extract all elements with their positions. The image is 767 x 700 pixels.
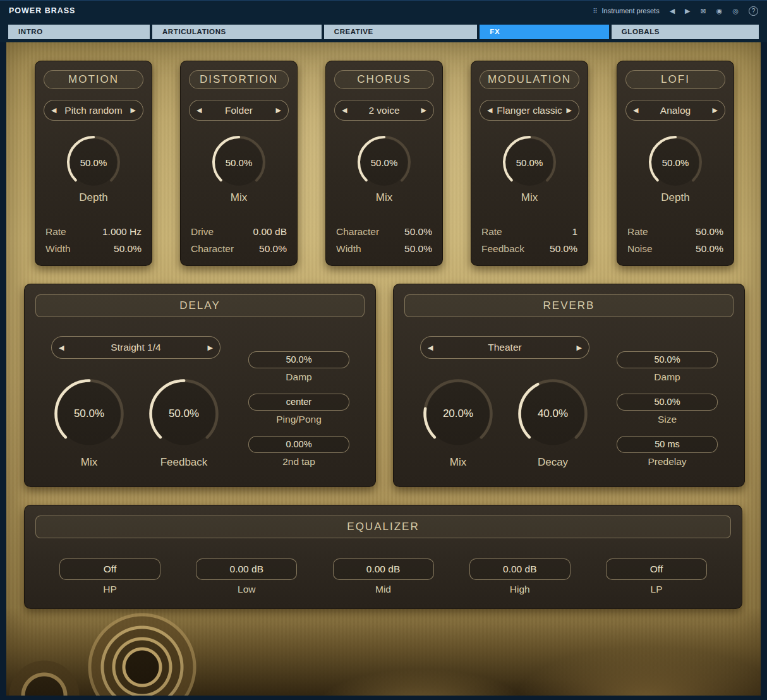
distortion-mix-knob[interactable]: 50.0%: [210, 133, 268, 191]
delay-fields: 50.0% Damp center Ping/Pong 0.00% 2nd ta…: [248, 351, 349, 478]
eq-lp-value[interactable]: Off: [606, 558, 707, 580]
power-brass-window: POWER BRASS ⠿ Instrument presets ◀ ▶ ⊠ ◉…: [0, 0, 767, 700]
arrow-left-icon[interactable]: ◀: [428, 344, 433, 352]
motion-rate-value[interactable]: 1.000 Hz: [102, 223, 142, 240]
modulation-type-selector[interactable]: ◀ Flanger classic ▶: [480, 100, 579, 121]
instrument-presets-button[interactable]: ⠿ Instrument presets: [593, 7, 659, 15]
arrow-right-icon[interactable]: ▶: [131, 106, 136, 114]
tab-intro[interactable]: INTRO: [8, 25, 150, 39]
knob-label: Mix: [521, 191, 538, 204]
param-label: Width: [336, 240, 361, 257]
param-row: Rate 50.0%: [617, 223, 734, 240]
lofi-type-selector[interactable]: ◀ Analog ▶: [625, 100, 725, 121]
arrow-right-icon[interactable]: ▶: [276, 106, 281, 114]
arrow-left-icon[interactable]: ◀: [196, 106, 202, 114]
record-icon[interactable]: ◉: [716, 7, 723, 15]
chorus-width-value[interactable]: 50.0%: [404, 240, 432, 257]
param-row: Noise 50.0%: [617, 240, 734, 257]
field-label: Ping/Pong: [248, 414, 349, 426]
arrow-right-icon[interactable]: ▶: [208, 344, 213, 352]
chorus-type-value: 2 voice: [368, 105, 399, 116]
arrow-right-icon[interactable]: ▶: [713, 106, 718, 114]
param-row: Drive 0.00 dB: [181, 223, 297, 240]
prev-preset-icon[interactable]: ◀: [670, 7, 675, 15]
tab-globals[interactable]: GLOBALS: [612, 25, 759, 39]
lofi-depth-knob[interactable]: 50.0%: [646, 133, 704, 191]
reverb-title-button[interactable]: REVERB: [404, 294, 734, 317]
delay-2ndtap-field: 0.00% 2nd tap: [248, 436, 349, 469]
delay-2ndtap-value[interactable]: 0.00%: [248, 436, 349, 453]
arrow-left-icon[interactable]: ◀: [59, 344, 64, 352]
knob-value: 40.0%: [538, 407, 568, 420]
tab-creative[interactable]: CREATIVE: [324, 25, 478, 39]
eq-hp-value[interactable]: Off: [59, 558, 160, 580]
distortion-drive-value[interactable]: 0.00 dB: [253, 223, 287, 240]
eq-high-value[interactable]: 0.00 dB: [469, 558, 571, 580]
knob-value: 20.0%: [443, 407, 473, 420]
reverb-predelay-value[interactable]: 50 ms: [617, 436, 718, 453]
modulation-mix-knob[interactable]: 50.0%: [500, 133, 559, 191]
param-row: Character 50.0%: [181, 240, 297, 257]
modulation-feedback-value[interactable]: 50.0%: [550, 240, 577, 257]
arrow-right-icon[interactable]: ▶: [567, 106, 572, 114]
lofi-rate-value[interactable]: 50.0%: [696, 223, 723, 240]
distortion-params: Drive 0.00 dB Character 50.0%: [181, 223, 297, 265]
output-icon[interactable]: ⊠: [701, 7, 706, 15]
knob-label: Mix: [450, 456, 466, 469]
lofi-title-button[interactable]: LOFI: [625, 70, 725, 89]
motion-title-button[interactable]: MOTION: [44, 70, 143, 89]
reverb-decay-knob[interactable]: 40.0%: [516, 377, 590, 451]
app-title: POWER BRASS: [9, 6, 75, 15]
reverb-damp-value[interactable]: 50.0%: [617, 351, 718, 368]
equalizer-title-button[interactable]: EQUALIZER: [35, 516, 731, 538]
motion-width-value[interactable]: 50.0%: [114, 240, 142, 257]
tab-articulations[interactable]: ARTICULATIONS: [152, 25, 322, 39]
reverb-predelay-field: 50 ms Predelay: [617, 436, 718, 469]
arrow-left-icon[interactable]: ◀: [342, 106, 347, 114]
arrow-right-icon[interactable]: ▶: [421, 106, 426, 114]
param-label: Feedback: [481, 240, 524, 257]
eq-low-value[interactable]: 0.00 dB: [196, 558, 297, 580]
next-preset-icon[interactable]: ▶: [685, 7, 690, 15]
motion-type-selector[interactable]: ◀ Pitch random ▶: [44, 100, 143, 121]
delay-mix-knob[interactable]: 50.0%: [52, 377, 126, 451]
delay-feedback-knob[interactable]: 50.0%: [147, 377, 221, 451]
delay-sync-selector[interactable]: ◀ Straight 1/4 ▶: [51, 336, 220, 359]
knob-value: 50.0%: [226, 157, 253, 168]
modulation-rate-value[interactable]: 1: [572, 223, 577, 240]
modulation-title-button[interactable]: MODULATION: [480, 70, 579, 89]
knob-value: 50.0%: [74, 407, 104, 420]
delay-title-button[interactable]: DELAY: [35, 294, 365, 317]
help-icon[interactable]: ?: [749, 6, 758, 16]
delay-damp-value[interactable]: 50.0%: [248, 351, 349, 368]
reverb-type-selector[interactable]: ◀ Theater ▶: [420, 336, 589, 359]
eye-icon[interactable]: ◎: [732, 7, 739, 15]
eq-mid-value[interactable]: 0.00 dB: [333, 558, 434, 580]
motion-type-value: Pitch random: [64, 105, 122, 116]
tab-label: INTRO: [18, 28, 43, 35]
param-row: Rate 1.000 Hz: [35, 223, 152, 240]
distortion-type-selector[interactable]: ◀ Folder ▶: [189, 100, 289, 121]
reverb-mix-knob[interactable]: 20.0%: [421, 377, 495, 451]
tab-fx[interactable]: FX: [480, 25, 608, 39]
delay-pingpong-value[interactable]: center: [248, 394, 349, 411]
delay-mix-unit: 50.0% Mix: [51, 377, 127, 469]
reverb-size-value[interactable]: 50.0%: [617, 394, 718, 411]
lofi-noise-value[interactable]: 50.0%: [696, 240, 723, 257]
motion-depth-knob[interactable]: 50.0%: [64, 133, 123, 191]
chorus-character-value[interactable]: 50.0%: [404, 223, 432, 240]
arrow-left-icon[interactable]: ◀: [633, 106, 638, 114]
tab-label: ARTICULATIONS: [162, 28, 226, 35]
distortion-character-value[interactable]: 50.0%: [259, 240, 287, 257]
chorus-mix-knob[interactable]: 50.0%: [355, 133, 413, 191]
fx-panel-chorus: CHORUS ◀ 2 voice ▶ 50.0% Mix Character 5…: [325, 61, 443, 266]
knob-value: 50.0%: [169, 407, 199, 420]
tab-label: GLOBALS: [622, 28, 660, 35]
param-row: Character 50.0%: [326, 223, 442, 240]
distortion-title-button[interactable]: DISTORTION: [189, 70, 289, 89]
arrow-left-icon[interactable]: ◀: [487, 106, 492, 114]
arrow-left-icon[interactable]: ◀: [51, 106, 56, 114]
chorus-type-selector[interactable]: ◀ 2 voice ▶: [334, 100, 434, 121]
arrow-right-icon[interactable]: ▶: [577, 344, 582, 352]
chorus-title-button[interactable]: CHORUS: [334, 70, 434, 89]
